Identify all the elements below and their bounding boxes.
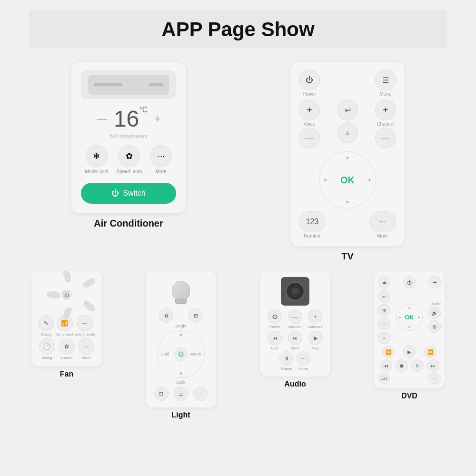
fan-timing-icon: 🕐 xyxy=(39,338,55,355)
dvd-top-row: ⏏ ⏻ ☰ xyxy=(378,276,441,288)
ac-minus-btn[interactable]: — xyxy=(97,113,107,125)
tv-menu-label: Menu xyxy=(379,91,391,97)
tv-back-btn[interactable]: ↩ xyxy=(337,99,358,120)
dvd-plus-btn[interactable]: + xyxy=(378,332,390,344)
tv-card: ⏻ Power ☰ Menu + Voice — ↩ xyxy=(290,62,405,246)
light-adj2-btn[interactable]: ☰ xyxy=(174,387,188,401)
fan-timing-btn[interactable]: 🕐 timing xyxy=(39,338,55,360)
dvd-minus-btn[interactable]: — xyxy=(378,318,390,330)
dvd-rew-btn[interactable]: ⏪ xyxy=(382,346,395,358)
dvd-dot-top xyxy=(408,307,410,309)
light-adj1-btn[interactable]: ⊟ xyxy=(154,387,169,401)
light-card: ✿ ⊞ Bright Cold Warm ⏻ Dark ⊟ ☰ ··· xyxy=(146,271,216,407)
ac-plus-btn[interactable]: + xyxy=(154,113,160,125)
audio-power-btn[interactable]: ⏻ xyxy=(268,309,282,324)
tv-ok-label[interactable]: OK xyxy=(340,175,355,186)
tv-voice-col: + Voice — xyxy=(299,99,320,149)
light-card-wrap: ✿ ⊞ Bright Cold Warm ⏻ Dark ⊟ ☰ ··· Ligh… xyxy=(124,268,238,422)
fan-swing-mode-btn[interactable]: ↔ swing mode xyxy=(75,315,95,337)
dvd-row2: ↩ ⊞ — + OK d xyxy=(378,290,441,344)
dvd-grid-btn[interactable]: ⊞ xyxy=(428,320,441,333)
audio-play-btn[interactable]: ▶ xyxy=(308,331,323,345)
dvd-stop-btn[interactable]: ⏹ xyxy=(396,359,408,372)
audio-next-btn[interactable]: ⏭ xyxy=(288,331,302,345)
dvd-play-row2: ⏮ ⏹ ⏸ ⏭ xyxy=(378,359,441,372)
tv-power-btn[interactable]: ⏻ xyxy=(299,69,320,90)
fan-more-btn[interactable]: ··· More xyxy=(78,338,94,360)
light-power-btn[interactable]: ⏻ xyxy=(174,347,188,361)
tv-ok-ring[interactable]: OK xyxy=(319,151,376,208)
dvd-number-btn[interactable]: 123 xyxy=(378,373,390,384)
dvd-pause-btn[interactable]: ⏸ xyxy=(411,359,424,372)
audio-play-col: ▶ Play xyxy=(308,331,323,350)
dvd-more-btn[interactable]: ··· xyxy=(428,373,441,384)
dvd-more-btn-label: ··· xyxy=(433,377,436,381)
audio-pause-btn[interactable]: ⏸ xyxy=(279,351,294,366)
audio-power-label: Power xyxy=(269,325,280,329)
light-cold-label: Cold xyxy=(160,352,169,357)
dvd-ok-col: OK xyxy=(396,304,423,331)
ac-mode-more-btn[interactable]: ··· More xyxy=(150,145,172,174)
audio-top-btn-row: ⏻ Power — volume- + volume+ xyxy=(265,309,326,329)
audio-speaker-circle xyxy=(286,282,305,301)
tv-voice-minus-btn[interactable]: — xyxy=(299,128,320,149)
dvd-right-col: display 🔊 ⊞ xyxy=(428,302,441,333)
light-device-label: Light xyxy=(171,411,190,419)
tv-more-btn-label: ··· xyxy=(379,218,386,226)
tv-number-label: Number xyxy=(304,233,321,238)
ac-card: — 16 °C + Set Temperature ❄ Mode: cold ✿… xyxy=(71,62,186,213)
tv-num-btn-label: 123 xyxy=(306,218,319,226)
light-preset1-btn[interactable]: ✿ xyxy=(159,308,173,323)
dvd-num-btn-label: 123 xyxy=(381,377,387,381)
dvd-vol-btn[interactable]: 🔊 xyxy=(428,307,441,319)
fan-anionic-btn[interactable]: ✿ anionic xyxy=(59,338,75,360)
dvd-prev-btn[interactable]: ⏮ xyxy=(380,359,392,372)
tv-menu-btn[interactable]: ☰ xyxy=(375,69,396,90)
ac-mode-cold-btn[interactable]: ❄ Mode: cold xyxy=(85,145,109,174)
tv-voice-plus-btn[interactable]: + xyxy=(299,99,320,120)
tv-channel-plus-btn[interactable]: + xyxy=(375,99,396,120)
tv-more-btn[interactable]: ··· xyxy=(369,211,396,232)
light-bulb-img xyxy=(169,278,193,307)
fan-anionic-icon: ✿ xyxy=(59,338,75,355)
dvd-next-btn[interactable]: ⏭ xyxy=(427,359,439,372)
dvd-ok-ring[interactable]: OK xyxy=(396,304,423,331)
dvd-eject-btn[interactable]: ⏏ xyxy=(378,276,390,288)
dvd-device-label: DVD xyxy=(401,392,417,400)
dvd-back-btn[interactable]: ↩ xyxy=(378,290,390,303)
dvd-menu-btn[interactable]: ☰ xyxy=(428,276,441,288)
audio-vol-plus-btn[interactable]: + xyxy=(308,309,322,324)
light-ring: Cold Warm ⏻ xyxy=(157,330,205,378)
tv-up-btn[interactable]: ▲ xyxy=(337,122,358,143)
ac-temp-value: 16 xyxy=(114,106,139,132)
tv-number-btn[interactable]: 123 xyxy=(299,211,326,232)
tv-dot-right xyxy=(368,179,371,181)
dvd-ff-btn[interactable]: ⏩ xyxy=(424,346,436,358)
audio-more-btn[interactable]: ··· xyxy=(297,351,311,366)
ac-mode-speed-icon: ✿ xyxy=(118,145,140,167)
dvd-num-row: 123 ··· xyxy=(378,373,441,384)
audio-last-btn[interactable]: ⏮ xyxy=(268,331,282,345)
audio-card-wrap: ⏻ Power — volume- + volume+ ⏮ Last xyxy=(238,268,352,422)
tv-channel-minus-btn[interactable]: — xyxy=(375,128,396,149)
tv-bottom-row: 123 Number ··· More xyxy=(299,211,396,238)
dvd-minus-col: — + xyxy=(378,318,390,344)
fan-swing-mode-icon: ↔ xyxy=(77,315,93,331)
dvd-play-row: ⏪ ▶ ⏩ xyxy=(378,346,441,358)
dvd-ok-label[interactable]: OK xyxy=(405,314,414,321)
audio-power-col: ⏻ Power xyxy=(268,309,282,329)
dvd-eject-col: ⏏ xyxy=(378,276,390,288)
fan-swing-btn[interactable]: ✎ Swing xyxy=(38,315,54,337)
dvd-power-btn[interactable]: ⏻ xyxy=(403,276,416,288)
dvd-home-btn[interactable]: ⊞ xyxy=(378,304,390,317)
ac-mode-speed-btn[interactable]: ✿ Speed: auto xyxy=(116,145,142,174)
ac-modes-row: ❄ Mode: cold ✿ Speed: auto ··· More xyxy=(81,145,176,174)
light-preset2-btn[interactable]: ⊞ xyxy=(188,308,203,323)
light-more-btn[interactable]: ··· xyxy=(193,387,208,401)
ac-switch-button[interactable]: ⏻ Switch xyxy=(81,183,176,204)
dvd-display-label: display xyxy=(430,302,441,305)
fan-power-btn[interactable]: ⏻ xyxy=(62,290,71,299)
dvd-play-btn[interactable]: ▶ xyxy=(403,346,416,358)
audio-speaker-inner xyxy=(291,288,299,295)
audio-vol-minus-btn[interactable]: — xyxy=(288,309,302,324)
